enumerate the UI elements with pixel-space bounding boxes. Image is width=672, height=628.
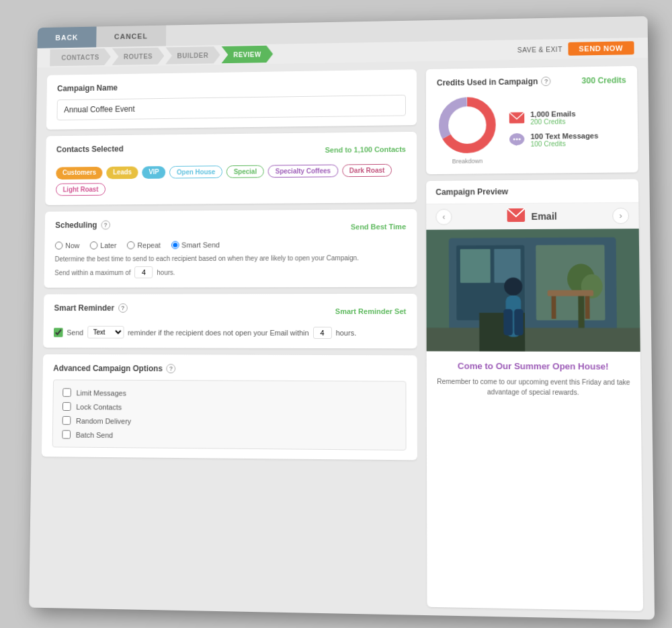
reminder-row: Send Text Email reminder if the recipien… xyxy=(54,326,406,340)
preview-prev-button[interactable]: ‹ xyxy=(435,208,452,225)
donut-chart xyxy=(437,95,498,155)
credits-breakdown: 1,000 Emails 200 Credits xyxy=(509,110,599,148)
svg-rect-27 xyxy=(585,296,590,319)
email-icon xyxy=(509,111,525,124)
preview-title: Campaign Preview xyxy=(426,179,638,204)
reminder-type-select[interactable]: Text Email xyxy=(87,326,124,339)
tags-container: Customers Leads VIP Open House Special S… xyxy=(56,164,406,196)
scheduling-hours-row: Send within a maximum of hours. xyxy=(54,266,406,278)
credits-header: Credits Used in Campaign ? 300 Credits xyxy=(437,75,626,87)
right-column: Credits Used in Campaign ? 300 Credits xyxy=(426,66,643,611)
schedule-header: Scheduling ? Send Best Time xyxy=(55,219,406,237)
campaign-name-input[interactable] xyxy=(56,95,406,120)
credits-body: Breakdown 1,000 xyxy=(437,93,627,165)
scheduling-option-repeat[interactable]: Repeat xyxy=(127,241,161,249)
send-to-label: Send to 1,100 Contacts xyxy=(325,145,407,154)
breakdown-label: Breakdown xyxy=(452,158,482,165)
svg-rect-16 xyxy=(427,327,640,352)
svg-rect-26 xyxy=(551,297,556,319)
preview-next-button[interactable]: › xyxy=(612,207,629,223)
scheduling-hours-input[interactable] xyxy=(134,266,153,278)
preview-nav: ‹ Email › xyxy=(426,202,638,230)
reminder-hours-input[interactable] xyxy=(313,326,332,338)
svg-rect-25 xyxy=(548,290,593,296)
advanced-options-container: Limit Messages Lock Contacts Random Deli… xyxy=(52,379,407,450)
scheduling-options: Now Later Repeat Smart Send xyxy=(55,240,406,249)
option-batch-send[interactable]: Batch Send xyxy=(62,430,396,442)
reminder-set-label: Smart Reminder Set xyxy=(335,307,406,315)
reminder-help-icon[interactable]: ? xyxy=(118,303,128,313)
preview-text-area: Come to Our Summer Open House! Remember … xyxy=(427,351,641,407)
cancel-button[interactable]: CANCEL xyxy=(96,26,166,48)
campaign-preview-section: Campaign Preview ‹ Email › xyxy=(426,179,643,611)
scheduling-help-icon[interactable]: ? xyxy=(101,221,110,230)
svg-rect-20 xyxy=(503,309,513,336)
option-random-delivery[interactable]: Random Delivery xyxy=(62,416,396,428)
smart-reminder-section: Smart Reminder ? Smart Reminder Set Send… xyxy=(43,294,417,348)
scheduling-option-smart[interactable]: Smart Send xyxy=(171,241,220,249)
advanced-options-title: Advanced Campaign Options ? xyxy=(53,364,406,375)
tag-light-roast[interactable]: Light Roast xyxy=(56,183,106,196)
tag-leads[interactable]: Leads xyxy=(106,166,138,179)
tag-dark-roast[interactable]: Dark Roast xyxy=(342,164,392,177)
option-lock-contacts[interactable]: Lock Contacts xyxy=(62,402,396,413)
preview-image xyxy=(426,229,640,352)
reminder-title: Smart Reminder ? xyxy=(54,303,127,313)
step-builder[interactable]: BUILDER xyxy=(165,46,220,65)
back-button[interactable]: BACK xyxy=(38,27,97,48)
step-contacts[interactable]: CONTACTS xyxy=(50,48,111,67)
tag-vip[interactable]: VIP xyxy=(142,166,165,179)
text-credit-item: 100 Text Messages 100 Credits xyxy=(509,132,599,148)
contacts-header: Contacts Selected Send to 1,100 Contacts xyxy=(56,141,406,161)
campaign-name-section: Campaign Name xyxy=(46,69,417,130)
campaign-name-title: Campaign Name xyxy=(57,79,406,93)
contacts-section: Contacts Selected Send to 1,100 Contacts… xyxy=(45,132,417,205)
scheduling-option-later[interactable]: Later xyxy=(90,241,117,249)
credits-total: 300 Credits xyxy=(581,75,626,85)
email-credit-item: 1,000 Emails 200 Credits xyxy=(509,110,598,126)
step-routes[interactable]: ROUTES xyxy=(112,47,165,65)
scheduling-option-now[interactable]: Now xyxy=(55,241,80,249)
email-count: 1,000 Emails xyxy=(530,110,575,118)
svg-point-18 xyxy=(504,278,522,296)
reminder-header: Smart Reminder ? Smart Reminder Set xyxy=(54,303,406,319)
advanced-help-icon[interactable]: ? xyxy=(167,364,176,373)
step-review[interactable]: REVIEW xyxy=(222,46,274,64)
preview-type: Email xyxy=(507,208,557,225)
text-credits: 100 Credits xyxy=(531,140,599,148)
reminder-checkbox[interactable] xyxy=(54,327,63,337)
credits-help-icon[interactable]: ? xyxy=(542,77,551,86)
credits-title: Credits Used in Campaign ? xyxy=(437,77,551,87)
tag-specialty-coffees[interactable]: Specialty Coffees xyxy=(268,165,338,178)
credits-section: Credits Used in Campaign ? 300 Credits xyxy=(426,66,638,174)
svg-rect-21 xyxy=(514,309,523,336)
app-window: BACK CANCEL CONTACTS ROUTES BUILDER REVI… xyxy=(29,16,655,620)
email-credits: 200 Credits xyxy=(530,118,575,126)
tag-special[interactable]: Special xyxy=(226,165,264,178)
svg-rect-14 xyxy=(460,249,491,282)
tag-customers[interactable]: Customers xyxy=(56,167,103,180)
text-message-icon xyxy=(509,133,525,147)
svg-rect-15 xyxy=(494,249,521,282)
send-best-time-link[interactable]: Send Best Time xyxy=(351,223,406,231)
left-column: Campaign Name Contacts Selected Send to … xyxy=(40,69,417,606)
send-now-button[interactable]: SEND NOW xyxy=(568,41,634,56)
scheduling-description: Determine the best time to send to each … xyxy=(54,253,406,264)
option-limit-messages[interactable]: Limit Messages xyxy=(62,388,396,399)
scheduling-section: Scheduling ? Send Best Time Now Later xyxy=(44,209,417,288)
text-count: 100 Text Messages xyxy=(530,132,598,141)
preview-body-text: Remember to come to our upcoming event t… xyxy=(436,377,631,398)
step-right-actions: SAVE & EXIT SEND NOW xyxy=(517,41,634,56)
preview-email-icon xyxy=(507,208,526,225)
scheduling-title: Scheduling ? xyxy=(55,221,110,230)
save-exit-button[interactable]: SAVE & EXIT xyxy=(517,46,562,54)
main-content: Campaign Name Contacts Selected Send to … xyxy=(29,58,655,620)
donut-wrapper: Breakdown xyxy=(437,95,498,165)
preview-headline: Come to Our Summer Open House! xyxy=(436,361,631,373)
contacts-title: Contacts Selected xyxy=(56,145,124,155)
tag-open-house[interactable]: Open House xyxy=(169,165,222,178)
advanced-options-section: Advanced Campaign Options ? Limit Messag… xyxy=(42,354,417,460)
